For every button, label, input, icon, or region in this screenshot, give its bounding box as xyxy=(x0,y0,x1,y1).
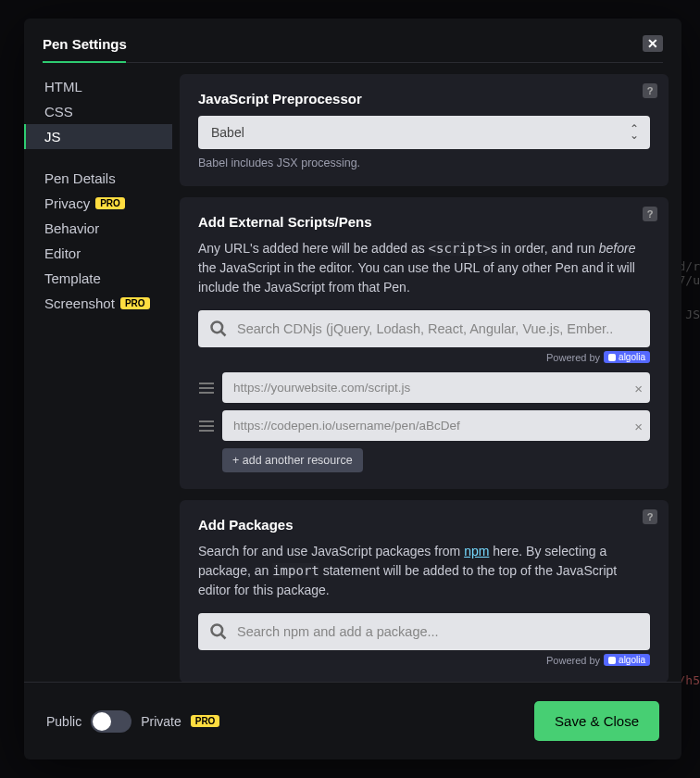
sidebar-item-template[interactable]: Template xyxy=(24,266,172,291)
powered-by-algolia: Powered by algolia xyxy=(198,654,650,666)
panel-title: JavaScript Preprocessor xyxy=(198,91,650,107)
private-label: Private xyxy=(141,714,181,729)
pro-badge: PRO xyxy=(95,197,125,209)
help-icon[interactable]: ? xyxy=(643,207,657,221)
powered-by-algolia: Powered by algolia xyxy=(198,351,650,363)
add-resource-button[interactable]: + add another resource xyxy=(222,448,363,472)
preprocessor-panel: ? JavaScript Preprocessor Babel ⌃⌄ Babel… xyxy=(180,74,669,186)
search-icon xyxy=(209,622,228,641)
npm-search[interactable] xyxy=(198,613,650,650)
drag-handle-icon[interactable] xyxy=(198,420,215,432)
svg-line-3 xyxy=(221,634,226,639)
sidebar-item-privacy[interactable]: PrivacyPRO xyxy=(24,191,172,216)
resource-url-input[interactable] xyxy=(222,372,650,403)
modal-header: Pen Settings ✕ xyxy=(24,19,681,63)
search-icon xyxy=(209,320,228,338)
modal-title: Pen Settings xyxy=(43,36,127,52)
panel-title: Add External Scripts/Pens xyxy=(198,214,650,230)
help-icon[interactable]: ? xyxy=(643,509,657,524)
external-scripts-panel: ? Add External Scripts/Pens Any URL's ad… xyxy=(180,197,669,489)
visibility-toggle[interactable] xyxy=(91,710,131,733)
pro-badge: PRO xyxy=(120,297,150,309)
panel-description: Search for and use JavaScript packages f… xyxy=(198,542,650,600)
clear-icon[interactable]: × xyxy=(634,418,643,433)
pro-badge: PRO xyxy=(191,715,220,727)
svg-point-0 xyxy=(212,322,223,333)
add-packages-panel: ? Add Packages Search for and use JavaSc… xyxy=(180,500,669,682)
modal-footer: Public Private PRO Save & Close xyxy=(24,682,681,759)
help-icon[interactable]: ? xyxy=(643,83,657,98)
sidebar-item-css[interactable]: CSS xyxy=(24,99,172,124)
sidebar-item-behavior[interactable]: Behavior xyxy=(24,216,172,241)
panel-description: Any URL's added here will be added as <s… xyxy=(198,239,650,297)
sidebar-item-html[interactable]: HTML xyxy=(24,74,172,99)
close-icon: ✕ xyxy=(647,36,658,51)
sidebar-item-pen-details[interactable]: Pen Details xyxy=(24,166,172,191)
cdnjs-search-input[interactable] xyxy=(237,321,639,336)
npm-search-input[interactable] xyxy=(237,624,639,639)
toggle-knob xyxy=(93,712,111,731)
resource-row: × xyxy=(198,410,650,441)
npm-link[interactable]: npm xyxy=(464,544,489,558)
close-button[interactable]: ✕ xyxy=(643,35,663,52)
sidebar-item-js[interactable]: JS xyxy=(24,124,172,149)
svg-point-2 xyxy=(212,625,223,636)
sidebar-item-screenshot[interactable]: ScreenshotPRO xyxy=(24,291,172,316)
preprocessor-hint: Babel includes JSX processing. xyxy=(198,157,650,169)
sidebar-item-editor[interactable]: Editor xyxy=(24,241,172,266)
visibility-toggle-group: Public Private PRO xyxy=(46,710,219,733)
resource-url-input[interactable] xyxy=(222,410,650,441)
panel-title: Add Packages xyxy=(198,517,650,533)
settings-content: ? JavaScript Preprocessor Babel ⌃⌄ Babel… xyxy=(172,63,681,682)
public-label: Public xyxy=(46,714,81,729)
settings-sidebar: HTML CSS JS Pen Details PrivacyPRO Behav… xyxy=(24,63,172,682)
pen-settings-modal: Pen Settings ✕ HTML CSS JS Pen Details P… xyxy=(24,19,681,759)
preprocessor-select[interactable]: Babel xyxy=(198,116,650,149)
clear-icon[interactable]: × xyxy=(634,380,643,395)
save-close-button[interactable]: Save & Close xyxy=(534,701,659,741)
svg-line-1 xyxy=(221,332,226,336)
drag-handle-icon[interactable] xyxy=(198,383,215,394)
resource-row: × xyxy=(198,372,650,403)
cdnjs-search[interactable] xyxy=(198,310,650,347)
